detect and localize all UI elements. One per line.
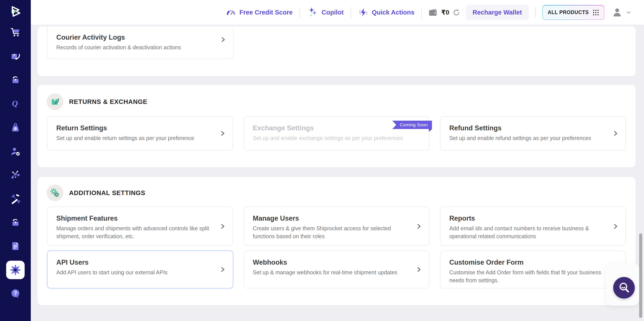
card-desc: Manage orders and shipments with advance…: [56, 225, 212, 241]
card-title: Webhooks: [253, 258, 409, 266]
card-desc: Set up & manage webhooks for real-time s…: [253, 269, 409, 277]
person-check-icon: [10, 146, 21, 157]
sidebar: Q kg: [0, 0, 31, 321]
card-customise-order-form[interactable]: Customise Order FormCustomise the Add Or…: [440, 250, 626, 288]
recharge-wallet-button[interactable]: Recharge Wallet: [466, 5, 528, 20]
card-manage-users[interactable]: Manage UsersCreate users & give them Shi…: [244, 206, 429, 246]
section-courier-logs: Courier Activity Logs Records of courier…: [38, 27, 636, 76]
card-courier-activity-logs[interactable]: Courier Activity Logs Records of courier…: [47, 27, 234, 59]
tools-icon: [10, 193, 21, 204]
support-search-smile-icon: [618, 281, 630, 294]
card-shipment-features[interactable]: Shipment FeaturesManage orders and shipm…: [47, 206, 233, 246]
divider: [535, 7, 536, 18]
card-title: Reports: [449, 214, 605, 222]
card-return-settings[interactable]: Return SettingsSet up and enable return …: [47, 116, 233, 151]
card-desc: Add email ids and contact numbers to rec…: [449, 225, 605, 241]
top-header: Free Credit Score Copilot: [31, 0, 644, 25]
card-title: Shipment Features: [56, 214, 212, 222]
chevron-right-icon: [416, 223, 422, 229]
wallet-amount: ₹0: [441, 9, 449, 16]
q-tag-icon: Q: [10, 98, 21, 109]
sidebar-logo[interactable]: [6, 3, 25, 20]
sidebar-item-returns[interactable]: [6, 48, 25, 65]
chevron-right-icon: [220, 37, 226, 43]
sidebar-item-quick[interactable]: Q: [6, 95, 25, 112]
sidebar-item-settings[interactable]: [6, 261, 25, 279]
chevron-right-icon: [219, 223, 226, 229]
section-title: ADDITIONAL SETTINGS: [69, 189, 146, 196]
card-desc: Add API users to start using our externa…: [56, 269, 212, 277]
card-desc: Customise the Add Order form with fields…: [449, 269, 605, 285]
section-title: RETURNS & EXCHANGE: [69, 98, 147, 105]
double-gears-icon: [47, 184, 63, 201]
chevron-right-icon: [612, 223, 618, 229]
vertical-scrollbar[interactable]: [639, 233, 642, 318]
chevron-right-icon: [219, 130, 226, 137]
help-question-icon: ?: [10, 288, 21, 299]
section-header: ADDITIONAL SETTINGS: [47, 184, 146, 201]
cards-grid: API UsersAdd API users to start using ou…: [47, 250, 626, 288]
quick-actions-link[interactable]: Quick Actions: [351, 7, 422, 18]
section-additional-settings: ADDITIONAL SETTINGS Shipment FeaturesMan…: [38, 177, 636, 305]
sidebar-item-orders[interactable]: [6, 23, 25, 41]
box-undo2-icon: [10, 217, 21, 228]
settings-gear-icon: [10, 264, 21, 276]
sidebar-item-shipments[interactable]: [6, 71, 25, 89]
cards-grid: Return SettingsSet up and enable return …: [47, 116, 626, 151]
divider: [422, 7, 422, 18]
svg-text:?: ?: [14, 290, 17, 296]
sidebar-item-help[interactable]: ?: [6, 285, 25, 302]
card-webhooks[interactable]: WebhooksSet up & manage webhooks for rea…: [244, 250, 429, 288]
wallet-icon: [428, 7, 438, 18]
card-title: Courier Activity Logs: [56, 34, 213, 41]
package-return-icon: [10, 51, 21, 62]
card-refund-settings[interactable]: Refund SettingsSet up and enable refund …: [440, 116, 626, 151]
cart-icon: [10, 27, 21, 38]
shiprocket-logo-icon: [8, 4, 23, 19]
sidebar-item-billing[interactable]: [6, 237, 25, 255]
sidebar-item-channels[interactable]: [6, 166, 25, 184]
chevron-down-icon: [626, 9, 632, 16]
sidebar-item-packaging[interactable]: [6, 214, 25, 231]
credit-score-gauge-icon: [226, 7, 236, 18]
svg-text:Q: Q: [12, 99, 18, 108]
sidebar-item-tools[interactable]: [6, 190, 25, 207]
badge-fold: [429, 129, 432, 132]
apps-grid-icon: [592, 9, 599, 16]
sidebar-item-weight[interactable]: kg: [6, 119, 25, 137]
chevron-right-icon: [612, 130, 618, 137]
document-icon: [10, 240, 21, 252]
card-title: Manage Users: [253, 214, 409, 222]
sidebar-item-buyer-verification[interactable]: [6, 143, 25, 160]
header-nav: Free Credit Score Copilot: [219, 7, 422, 18]
chevron-right-icon: [416, 266, 422, 272]
badge-label: Coming Soon: [392, 121, 432, 129]
card-reports[interactable]: ReportsAdd email ids and contact numbers…: [440, 206, 626, 246]
card-title: Exchange Settings: [253, 124, 409, 132]
copilot-label: Copilot: [322, 9, 344, 16]
card-title: Refund Settings: [449, 124, 605, 132]
copilot-sparkles-icon: [307, 7, 318, 18]
free-credit-score-link[interactable]: Free Credit Score: [219, 7, 300, 18]
wallet-balance[interactable]: ₹0: [428, 7, 460, 18]
card-desc: Set up and enable exchange settings as p…: [253, 135, 409, 143]
refresh-icon[interactable]: [452, 8, 460, 17]
card-title: Return Settings: [56, 124, 212, 132]
card-desc: Records of courier activation & deactiva…: [56, 44, 213, 52]
returns-box-icon: [47, 93, 63, 110]
account-menu[interactable]: [612, 7, 632, 18]
all-products-button[interactable]: ALL PRODUCTS: [542, 5, 604, 20]
support-chat-button[interactable]: [613, 277, 635, 298]
quick-actions-bolt-icon: [358, 7, 369, 18]
card-desc: Set up and enable refund settings as per…: [449, 135, 605, 143]
card-title: Customise Order Form: [449, 258, 605, 266]
cards-grid: Shipment FeaturesManage orders and shipm…: [47, 206, 626, 246]
coming-soon-badge: Coming Soon: [392, 121, 432, 129]
chevron-right-icon: [219, 266, 226, 272]
svg-text:kg: kg: [14, 128, 17, 130]
box-undo-icon: [10, 74, 21, 85]
section-returns-exchange: RETURNS & EXCHANGE Return SettingsSet up…: [38, 85, 636, 167]
copilot-link[interactable]: Copilot: [300, 7, 350, 18]
weight-kg-icon: kg: [10, 122, 21, 133]
card-api-users[interactable]: API UsersAdd API users to start using ou…: [47, 250, 233, 288]
